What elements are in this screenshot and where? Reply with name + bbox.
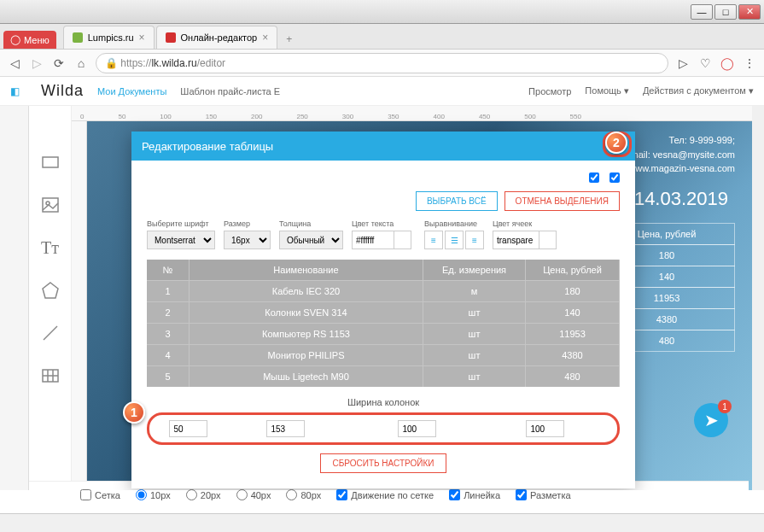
width-input-3[interactable]: [398, 420, 436, 437]
edit-table: № Наименование Ед. измерения Цена, рубле…: [147, 260, 620, 387]
deselect-button[interactable]: ОТМЕНА ВЫДЕЛЕНИЯ: [504, 191, 620, 211]
tab-label: Lumpics.ru: [88, 32, 134, 43]
preview-link[interactable]: Просмотр: [528, 86, 571, 96]
back-icon[interactable]: ◁: [7, 56, 22, 71]
url-field[interactable]: 🔒 https://lk.wilda.ru/editor: [96, 53, 668, 73]
forward-icon[interactable]: ▷: [29, 56, 44, 71]
opera-icon: ◯: [10, 34, 20, 45]
doc-date: 14.03.2019: [634, 188, 728, 210]
th[interactable]: №: [147, 260, 190, 280]
width-input-2[interactable]: [266, 420, 305, 437]
layout-toggle[interactable]: Разметка: [516, 489, 571, 500]
grid-10px[interactable]: 10px: [136, 489, 171, 500]
tab-lumpics[interactable]: Lumpics.ru ×: [63, 26, 155, 49]
help-menu[interactable]: Помощь ▾: [585, 85, 629, 96]
app-header: ◧ Wilda Мои Документы Шаблон прайс-листа…: [0, 77, 764, 106]
window-close[interactable]: ✕: [738, 4, 761, 20]
modal-title: Редактирование таблицы: [142, 140, 273, 153]
th[interactable]: Наименование: [190, 260, 423, 280]
table-row: 1Кабель IEC 320м180: [147, 280, 620, 301]
browser-tab-strip: ◯ Меню Lumpics.ru × Онлайн-редактор × +: [0, 24, 764, 50]
my-documents-link[interactable]: Мои Документы: [97, 86, 166, 96]
text-color-input[interactable]: [352, 231, 394, 249]
grid-80px[interactable]: 80px: [286, 489, 321, 500]
bookmark-icon[interactable]: ♡: [697, 56, 713, 71]
size-label: Размер: [224, 219, 271, 228]
snap-toggle[interactable]: Движение по сетке: [336, 489, 434, 500]
table-row: 4Монитор PHILIPSшт4380: [147, 344, 620, 365]
doc-actions-menu[interactable]: Действия с документом ▾: [643, 85, 754, 96]
tools-panel: Tт: [29, 106, 72, 490]
th[interactable]: Ед. измерения: [423, 260, 526, 280]
font-select[interactable]: Montserrat: [147, 231, 215, 249]
align-right-icon[interactable]: ≡: [465, 231, 484, 249]
paper-plane-icon: ➤: [704, 410, 719, 430]
checkbox-2[interactable]: [609, 172, 620, 183]
tab-close-icon[interactable]: ×: [262, 32, 268, 44]
window-titlebar: — □ ✕: [0, 0, 764, 24]
tab-label: Онлайн-редактор: [181, 32, 258, 43]
tab-editor[interactable]: Онлайн-редактор ×: [156, 26, 278, 49]
new-tab-button[interactable]: +: [279, 30, 299, 49]
vpn-icon[interactable]: ▷: [675, 56, 691, 71]
window-minimize[interactable]: —: [691, 4, 713, 20]
grid-40px[interactable]: 40px: [236, 489, 271, 500]
breadcrumb: Шаблон прайс-листа Е: [180, 86, 280, 96]
reset-button[interactable]: СБРОСИТЬ НАСТРОЙКИ: [320, 453, 447, 473]
align-label: Выравнивание: [424, 219, 484, 228]
opera-badge-icon[interactable]: ◯: [720, 56, 735, 71]
tab-close-icon[interactable]: ×: [139, 32, 145, 44]
select-all-button[interactable]: ВЫБРАТЬ ВСЁ: [416, 191, 498, 211]
scrollbar-vertical[interactable]: [752, 106, 764, 490]
opera-menu-button[interactable]: ◯ Меню: [3, 31, 56, 49]
color-label: Цвет текста: [352, 219, 416, 228]
align-center-icon[interactable]: ☰: [445, 231, 464, 249]
ruler-toggle[interactable]: Линейка: [449, 489, 500, 500]
browser-status-bar: [0, 513, 764, 532]
line-tool-icon[interactable]: [37, 319, 64, 347]
callout-1: 1: [123, 401, 145, 424]
canvas[interactable]: 050100150200250300350400450500550 МАГАЗИ…: [72, 106, 752, 490]
align-left-icon[interactable]: ≡: [424, 231, 443, 249]
width-input-1[interactable]: [169, 420, 207, 437]
column-widths-row: [147, 412, 620, 445]
size-select[interactable]: 16px: [224, 231, 271, 249]
table-tool-icon[interactable]: [37, 362, 64, 389]
grid-toggle[interactable]: Сетка: [80, 489, 120, 500]
table-row: 5Мышь Ligetech M90шт480: [147, 365, 620, 387]
doc-contacts: Тел: 9-999-999; E-mail: vesna@mysite.com…: [621, 133, 735, 176]
wilda-logo[interactable]: Wilda: [41, 82, 84, 100]
lock-icon: 🔒: [105, 57, 118, 69]
text-tool-icon[interactable]: Tт: [37, 234, 64, 261]
app-icon: ◧: [10, 85, 27, 97]
ruler-vertical: [72, 121, 87, 490]
cell-color-swatch[interactable]: [539, 231, 557, 249]
notification-badge: 1: [718, 400, 732, 413]
table-row: 3Компьютер RS 1153шт11953: [147, 323, 620, 344]
color-swatch[interactable]: [394, 231, 411, 249]
reload-icon[interactable]: ⟳: [51, 56, 67, 71]
modal-header: Редактирование таблицы ✕: [131, 132, 635, 161]
callout-2: 2: [605, 132, 627, 154]
th[interactable]: Цена, рублей: [526, 260, 620, 280]
left-gutter: [0, 106, 29, 490]
image-tool-icon[interactable]: [37, 191, 64, 219]
width-input-4[interactable]: [526, 420, 564, 437]
cellcolor-label: Цвет ячеек: [493, 219, 561, 228]
shape-tool-icon[interactable]: [37, 277, 64, 304]
home-icon[interactable]: ⌂: [73, 56, 89, 71]
weight-select[interactable]: Обычный: [279, 231, 343, 249]
svg-marker-3: [43, 283, 58, 298]
svg-line-4: [44, 326, 57, 340]
telegram-button[interactable]: ➤ 1: [694, 403, 728, 437]
checkbox-1[interactable]: [589, 172, 599, 183]
editor-area: Tт 050100150200250300350400450500550 МАГ…: [0, 106, 764, 490]
rectangle-tool-icon[interactable]: [37, 149, 64, 176]
window-maximize[interactable]: □: [714, 4, 737, 20]
edit-table-modal: Редактирование таблицы ✕ ВЫБРАТЬ ВСЁ ОТМ…: [131, 132, 635, 488]
favicon-icon: [166, 32, 176, 43]
cell-color-input[interactable]: [493, 231, 539, 249]
extensions-icon[interactable]: ⋮: [742, 56, 757, 71]
address-bar: ◁ ▷ ⟳ ⌂ 🔒 https://lk.wilda.ru/editor ▷ ♡…: [0, 50, 764, 77]
grid-20px[interactable]: 20px: [186, 489, 221, 500]
